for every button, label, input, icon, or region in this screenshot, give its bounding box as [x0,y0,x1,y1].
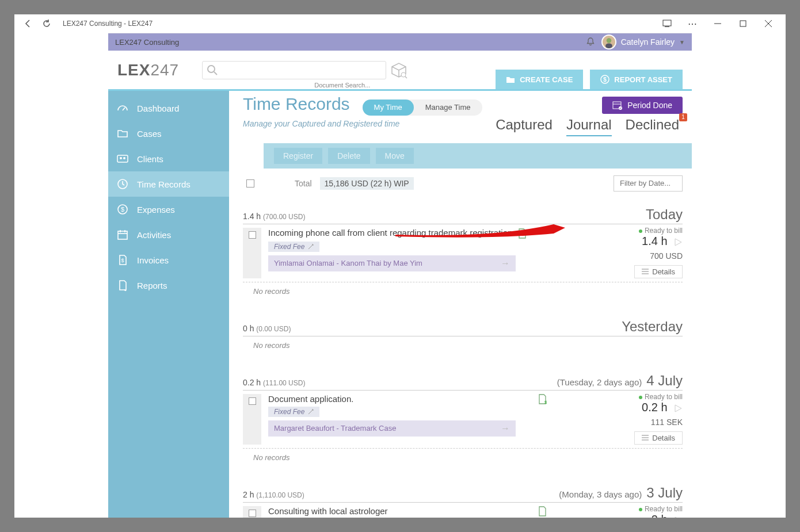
action-bar: Register Delete Move [264,143,692,169]
document-icon[interactable] [517,228,527,239]
svg-point-10 [401,72,406,77]
app-window: LEX247 Consulting - LEX247 ⋯ LEX247 Cons… [14,14,786,518]
day-group-today: 1.4 h (700.00 USD) Today Incoming phone … [243,206,692,296]
entry-description[interactable]: Incoming phone call from client regardin… [268,228,550,239]
report-asset-button[interactable]: $ REPORT ASSET [590,70,683,89]
window-title: LEX247 Consulting - LEX247 [63,20,153,28]
username[interactable]: Catelyn Fairley [621,37,675,47]
total-value: 15,186 USD (22 h) WIP [320,177,414,190]
svg-rect-0 [663,20,671,26]
details-button[interactable]: Details [634,431,683,445]
time-toggle: My Time Manage Time [363,99,482,116]
fee-type-chip[interactable]: Fixed Fee [268,242,319,252]
clock-icon [116,178,129,190]
time-entry: Consulting with local astrologer Ready t… [243,503,683,518]
period-done-button[interactable]: Period Done [602,97,683,114]
svg-rect-21 [118,231,127,239]
logo: LEX247 [117,61,179,79]
day-group-yesterday: 0 h (0.00 USD) Yesterday No records [243,319,692,350]
svg-point-6 [606,38,611,43]
entry-description[interactable]: Document application. $ [268,394,550,404]
time-entry: Document application. $ Fixed Fee Margar… [243,391,683,449]
sidebar-item-reports[interactable]: Reports [108,273,229,298]
refresh-button[interactable] [37,14,56,33]
svg-rect-1 [665,26,669,27]
manage-time-toggle[interactable]: Manage Time [414,99,482,116]
details-button[interactable]: Details [634,265,683,278]
company-name: LEX247 Consulting [115,38,179,47]
arrow-right-icon: → [501,258,510,269]
sidebar-item-invoices[interactable]: $Invoices [108,247,229,273]
my-time-toggle[interactable]: My Time [363,99,414,116]
svg-line-14 [123,108,125,110]
svg-line-9 [214,72,217,75]
svg-point-17 [123,157,125,159]
entry-hours: 1.4 h [642,235,667,247]
sidebar: Dashboard Cases Clients Time Records $Ex… [108,91,229,518]
fee-type-chip[interactable]: Fixed Fee [268,407,319,417]
entry-checkbox[interactable] [249,510,256,517]
avatar[interactable] [601,35,616,49]
play-icon[interactable] [673,404,683,413]
search-icon [207,64,218,76]
sidebar-item-clients[interactable]: Clients [108,146,229,171]
bell-icon[interactable] [585,37,596,47]
minimize-button[interactable] [705,14,730,33]
title-bar: LEX247 Consulting - LEX247 ⋯ [14,14,786,33]
search-input[interactable] [202,61,386,79]
tab-journal[interactable]: Journal [566,117,612,136]
svg-point-16 [120,157,122,159]
entry-checkbox[interactable] [249,397,256,405]
document-dollar-icon[interactable]: $ [538,394,547,404]
register-button[interactable]: Register [274,148,322,164]
svg-text:$: $ [544,400,547,404]
account-bar: LEX247 Consulting Catelyn Fairley ▼ [108,33,692,51]
svg-rect-7 [605,44,612,48]
no-records: No records [253,287,683,296]
tablet-mode-icon[interactable] [654,14,680,33]
filter-by-date-input[interactable] [614,175,683,192]
svg-text:$: $ [121,206,124,213]
sidebar-item-activities[interactable]: Activities [108,222,229,247]
time-entry: Incoming phone call from client regardin… [243,224,683,282]
sidebar-item-cases[interactable]: Cases [108,121,229,146]
declined-badge: 1 [679,113,687,121]
svg-line-11 [405,76,407,78]
entry-checkbox[interactable] [249,231,256,239]
page-title: Time Records [243,94,350,114]
maximize-button[interactable] [730,14,756,33]
case-chip[interactable]: Margaret Beaufort - Trademark Case→ [268,420,516,437]
main-content: Time Records My Time Manage Time Period … [229,91,692,518]
entry-description[interactable]: Consulting with local astrologer [268,506,550,516]
tab-captured[interactable]: Captured [496,117,553,136]
move-button[interactable]: Move [376,148,414,164]
chevron-down-icon[interactable]: ▼ [679,39,685,45]
entry-status: Ready to bill [550,227,683,235]
sidebar-item-dashboard[interactable]: Dashboard [108,95,229,121]
close-button[interactable] [756,14,781,33]
package-search-icon[interactable] [390,61,408,79]
play-icon[interactable] [673,238,683,247]
report-icon [116,280,129,291]
svg-point-8 [208,66,215,72]
search-hint: Document Search... [314,82,370,89]
case-chip[interactable]: Yimlamai Onlamai - Kanom Thai by Mae Yim… [268,255,516,271]
sidebar-item-time-records[interactable]: Time Records [108,171,229,197]
play-icon[interactable] [673,516,683,518]
select-all-checkbox[interactable] [246,179,254,187]
sidebar-item-expenses[interactable]: $Expenses [108,197,229,222]
dollar-icon: $ [116,204,129,215]
tab-declined[interactable]: Declined1 [626,117,679,136]
svg-text:$: $ [121,258,124,263]
day-group-4july: 0.2 h (111.00 USD) (Tuesday, 2 days ago)… [243,373,692,462]
header-row: LEX247 Document Search... CREATE CASE [108,51,692,91]
document-icon[interactable] [538,506,547,516]
entry-checkbox-wrap [243,228,261,278]
create-case-button[interactable]: CREATE CASE [496,70,583,89]
svg-text:$: $ [604,76,607,83]
calendar-icon [116,229,129,240]
back-button[interactable] [19,14,37,33]
more-button[interactable]: ⋯ [680,14,705,33]
svg-rect-3 [740,21,746,26]
delete-button[interactable]: Delete [328,148,369,164]
